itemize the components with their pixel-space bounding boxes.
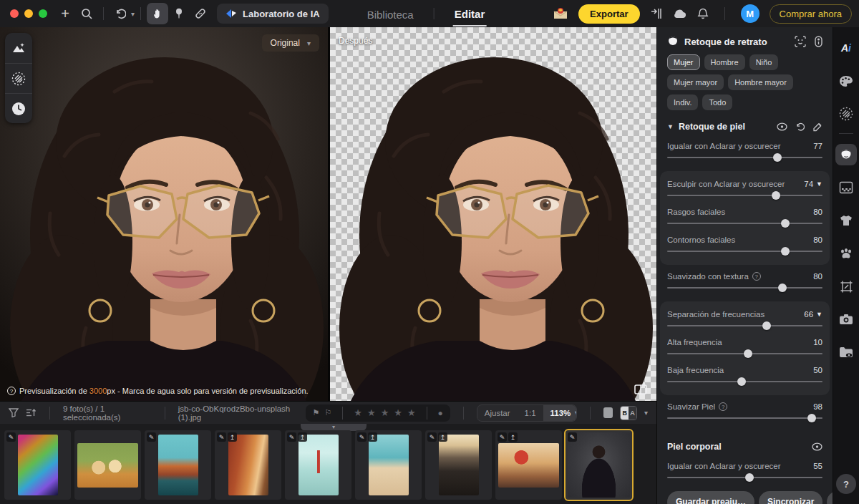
thumbnail-cell[interactable]: ✎ xyxy=(4,430,71,500)
help-button[interactable]: ? xyxy=(836,474,856,494)
star-rating-3[interactable]: ★ xyxy=(381,407,389,418)
thumbnail-cell[interactable]: ✎↥ xyxy=(355,430,422,500)
star-rating-1[interactable]: ★ xyxy=(354,407,362,418)
sync-button[interactable]: Sincronizar xyxy=(759,491,822,504)
texture-filter-icon[interactable] xyxy=(5,63,32,93)
brush-tool-button[interactable] xyxy=(168,3,190,24)
camera-icon[interactable] xyxy=(835,309,857,330)
slider-track[interactable] xyxy=(667,283,822,293)
visibility-eye-icon[interactable] xyxy=(812,442,822,451)
user-avatar[interactable]: M xyxy=(741,4,759,23)
thumbnail-cell[interactable]: ✎↥ xyxy=(425,430,492,500)
ai-lab-button[interactable]: Laboratorio de IA xyxy=(217,4,329,24)
star-rating-4[interactable]: ★ xyxy=(394,407,402,418)
folder-review-icon[interactable] xyxy=(835,341,857,363)
slider-knob[interactable] xyxy=(744,349,752,358)
sort-order-icon[interactable] xyxy=(26,408,37,417)
pets-paw-icon[interactable] xyxy=(835,243,857,264)
slider-track[interactable] xyxy=(667,190,822,200)
fit-button[interactable]: Ajustar xyxy=(477,405,518,421)
portrait-retouch-tool-icon[interactable] xyxy=(835,144,857,165)
undo-history-chevron-icon[interactable]: ▾ xyxy=(131,10,135,18)
filter-funnel-icon[interactable] xyxy=(9,408,19,417)
export-button[interactable]: Exportar xyxy=(578,4,639,24)
thumbnail-cell[interactable] xyxy=(74,430,141,500)
slider-knob[interactable] xyxy=(781,219,790,228)
pill-nino[interactable]: Niño xyxy=(749,54,779,70)
pill-hombre[interactable]: Hombre xyxy=(704,54,745,70)
creative-palette-icon[interactable] xyxy=(835,70,857,92)
sync-settings-gear-button[interactable] xyxy=(827,491,833,504)
undo-button[interactable] xyxy=(110,3,131,24)
notifications-bell-icon[interactable] xyxy=(697,8,709,19)
enhance-image-icon[interactable] xyxy=(5,33,32,63)
thumbnail-cell[interactable]: ✎ xyxy=(145,430,211,500)
star-rating-2[interactable]: ★ xyxy=(367,407,376,418)
after-pane[interactable]: Después xyxy=(330,27,656,401)
collapse-triangle-icon[interactable]: ▼ xyxy=(667,123,674,130)
slider-track[interactable] xyxy=(667,218,822,228)
color-label-icon[interactable]: ● xyxy=(438,408,443,418)
slider-track[interactable] xyxy=(667,472,822,483)
slider-track[interactable] xyxy=(667,413,822,423)
zoom-window-button[interactable] xyxy=(39,9,47,18)
tab-library[interactable]: Biblioteca xyxy=(366,2,415,26)
slider-knob[interactable] xyxy=(807,414,816,422)
texture-filter-icon[interactable] xyxy=(835,103,857,125)
compare-source-dropdown[interactable]: Original ▾ xyxy=(262,34,319,52)
slider-track[interactable] xyxy=(667,152,822,163)
zoom-level-dropdown[interactable]: 113% ▾ xyxy=(543,405,577,421)
minimize-window-button[interactable] xyxy=(24,9,33,18)
slider-knob[interactable] xyxy=(737,377,746,386)
ai-tools-icon[interactable]: Ai xyxy=(835,37,857,59)
thumbnail-cell[interactable]: ✎↥ xyxy=(215,430,281,500)
compare-options-chevron-icon[interactable]: ▾ xyxy=(644,409,648,417)
slider-settings-icon[interactable] xyxy=(815,36,822,47)
pill-individual[interactable]: Indiv. xyxy=(667,94,698,110)
slider-knob[interactable] xyxy=(762,321,771,330)
slider-track[interactable] xyxy=(667,377,822,387)
close-window-button[interactable] xyxy=(10,9,19,18)
ratio-1-1-button[interactable]: 1:1 xyxy=(518,405,543,421)
edit-mask-pencil-icon[interactable] xyxy=(812,122,822,132)
cloud-sync-icon[interactable] xyxy=(673,9,687,19)
promo-gift-icon[interactable] xyxy=(553,7,568,20)
star-rating-5[interactable]: ★ xyxy=(407,407,416,418)
healing-bandaid-tool-button[interactable] xyxy=(190,3,211,24)
background-removal-icon[interactable] xyxy=(835,177,857,198)
slider-track[interactable] xyxy=(667,321,822,331)
hand-tool-button[interactable] xyxy=(147,3,168,24)
visibility-eye-icon[interactable] xyxy=(777,122,787,131)
pill-todo[interactable]: Todo xyxy=(702,94,732,110)
slider-track[interactable] xyxy=(667,349,822,359)
flag-pick-icon[interactable]: ⚑ xyxy=(313,408,320,417)
pill-mujer[interactable]: Mujer xyxy=(667,54,700,70)
slider-knob[interactable] xyxy=(745,473,754,482)
history-clock-icon[interactable] xyxy=(5,93,32,123)
save-preset-button[interactable]: Guardar preaju… xyxy=(667,491,754,504)
thumbnail-cell-selected[interactable]: ✎ xyxy=(566,430,632,500)
slider-knob[interactable] xyxy=(772,191,780,200)
slider-knob[interactable] xyxy=(781,247,790,256)
background-color-swatch[interactable] xyxy=(603,407,613,418)
pill-hombre-mayor[interactable]: Hombre mayor xyxy=(728,74,793,90)
thumbnail-cell[interactable]: ✎↥ xyxy=(495,430,562,500)
tab-edit[interactable]: Editar xyxy=(453,1,487,26)
reset-undo-icon[interactable] xyxy=(795,122,805,132)
buy-now-button[interactable]: Comprar ahora xyxy=(770,4,852,24)
crop-edit-icon[interactable] xyxy=(835,276,857,297)
add-photos-button[interactable]: + xyxy=(54,3,76,24)
slider-knob[interactable] xyxy=(778,284,787,292)
search-icon[interactable] xyxy=(76,3,97,24)
before-after-toggle[interactable]: B A xyxy=(620,406,637,420)
before-pane[interactable]: Original ▾ xyxy=(0,27,328,401)
clothing-tshirt-icon[interactable] xyxy=(835,210,857,231)
split-view-toggle-icon[interactable] xyxy=(634,384,648,395)
flag-reject-icon[interactable]: ⚐ xyxy=(324,408,331,417)
share-icon[interactable] xyxy=(650,8,663,19)
thumbnail-cell[interactable]: ✎↥ xyxy=(285,430,351,500)
face-detect-icon[interactable] xyxy=(795,36,806,47)
slider-knob[interactable] xyxy=(773,153,782,162)
slider-track[interactable] xyxy=(667,246,822,256)
pill-mujer-mayor[interactable]: Mujer mayor xyxy=(667,74,724,90)
